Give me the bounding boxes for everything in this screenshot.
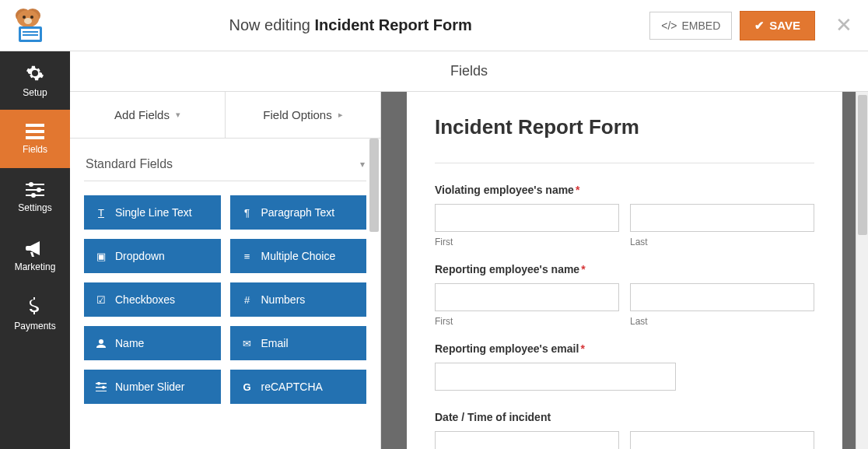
tab-field-options[interactable]: Field Options ▸ [226, 92, 380, 138]
save-button[interactable]: ✔ SAVE [740, 11, 815, 40]
date-input[interactable] [435, 431, 619, 449]
svg-rect-13 [26, 184, 44, 185]
chevron-down-icon: ▾ [360, 159, 365, 170]
sidebar-item-label: Fields [23, 144, 47, 155]
dropdown-icon: ▣ [95, 251, 107, 262]
panel-scroll-thumb[interactable] [369, 139, 379, 232]
field-label: Numbers [261, 293, 306, 306]
field-single-line-text[interactable]: T Single Line Text [84, 195, 221, 230]
tab-add-fields[interactable]: Add Fields ▾ [70, 92, 226, 138]
svg-rect-9 [23, 34, 38, 36]
name-col-first: First [435, 283, 619, 327]
field-email[interactable]: ✉ Email [230, 326, 367, 360]
svg-rect-8 [23, 31, 38, 33]
tab-label: Add Fields [114, 108, 170, 121]
section-standard-fields[interactable]: Standard Fields ▾ [84, 153, 366, 181]
name-col-last: Last [630, 283, 814, 327]
label-violating-name: Violating employee's name* [435, 184, 814, 196]
svg-rect-24 [96, 391, 107, 391]
field-multiple-choice[interactable]: ≡ Multiple Choice [230, 239, 367, 273]
field-panel: Add Fields ▾ Field Options ▸ Standard Fi… [70, 92, 381, 449]
field-checkboxes[interactable]: ☑ Checkboxes [84, 282, 221, 317]
label-reporting-name: Reporting employee's name* [435, 263, 814, 275]
dollar-icon [29, 297, 41, 316]
time-input[interactable] [630, 431, 814, 449]
canvas-scroll-thumb[interactable] [858, 95, 867, 235]
svg-point-18 [31, 193, 36, 198]
panel-tabs: Add Fields ▾ Field Options ▸ [70, 92, 380, 139]
sidebar-item-payments[interactable]: Payments [0, 285, 70, 343]
hash-icon: # [241, 294, 254, 306]
field-label: Dropdown [115, 250, 165, 262]
field-recaptcha[interactable]: G reCAPTCHA [230, 370, 367, 404]
reporting-email-input[interactable] [435, 363, 676, 391]
check-icon: ✔ [754, 19, 765, 33]
time-col [630, 431, 814, 449]
multichoice-icon: ≡ [241, 251, 254, 262]
single-input [435, 363, 814, 391]
sublabel-first: First [435, 237, 619, 247]
close-icon[interactable]: ✕ [835, 13, 852, 37]
form-canvas-wrap: Incident Report Form Violating employee'… [381, 92, 868, 449]
field-label: Checkboxes [115, 293, 175, 306]
field-label: Multiple Choice [261, 250, 336, 262]
field-label: Paragraph Text [261, 206, 335, 219]
divider [435, 163, 814, 163]
label-datetime: Date / Time of incident [435, 411, 814, 423]
page-title: Now editing Incident Report Form [51, 16, 649, 34]
bullhorn-icon [26, 240, 44, 257]
reporting-last-input[interactable] [630, 283, 814, 311]
field-name[interactable]: Name [84, 326, 221, 360]
sidebar-item-settings[interactable]: Settings [0, 168, 70, 226]
canvas-scrollbar[interactable] [856, 92, 868, 449]
field-number-slider[interactable]: Number Slider [84, 370, 221, 404]
svg-point-19 [99, 339, 103, 344]
sidebar-item-setup[interactable]: Setup [0, 51, 70, 110]
paragraph-icon: ¶ [241, 207, 254, 219]
required-marker: * [580, 342, 584, 355]
sidebar-item-label: Marketing [15, 261, 56, 272]
reporting-first-input[interactable] [435, 283, 619, 311]
field-label: Single Line Text [115, 206, 192, 219]
sidebar-item-fields[interactable]: Fields [0, 110, 70, 168]
envelope-icon: ✉ [241, 338, 254, 349]
sliders-h-icon [95, 382, 107, 391]
sidebar-item-label: Payments [14, 321, 55, 331]
name-row: First Last [435, 204, 814, 247]
svg-point-4 [30, 16, 33, 19]
field-dropdown[interactable]: ▣ Dropdown [84, 239, 221, 273]
form-title: Incident Report Form [435, 115, 814, 139]
field-paragraph-text[interactable]: ¶ Paragraph Text [230, 195, 367, 230]
embed-button[interactable]: </> EMBED [649, 12, 732, 40]
name-col-last: Last [630, 204, 814, 247]
field-numbers[interactable]: # Numbers [230, 282, 367, 317]
svg-point-3 [23, 16, 26, 19]
sublabel-last: Last [630, 316, 814, 327]
sublabel-last: Last [630, 237, 814, 247]
panel-scrollbar[interactable] [368, 139, 380, 449]
required-marker: * [581, 263, 585, 275]
field-label: Name [115, 337, 144, 349]
svg-rect-10 [26, 124, 44, 127]
sidebar-item-marketing[interactable]: Marketing [0, 226, 70, 285]
violating-first-input[interactable] [435, 204, 619, 232]
datetime-row [435, 431, 814, 449]
form-canvas[interactable]: Incident Report Form Violating employee'… [407, 92, 842, 449]
field-grid: T Single Line Text ¶ Paragraph Text ▣ Dr… [84, 195, 366, 404]
required-marker: * [576, 184, 579, 196]
sliders-icon [26, 182, 44, 198]
field-label: Number Slider [115, 381, 184, 393]
violating-last-input[interactable] [630, 204, 814, 232]
editing-prefix: Now editing [229, 16, 310, 33]
section-label: Standard Fields [86, 157, 173, 171]
field-label: Email [261, 337, 289, 349]
svg-rect-15 [26, 189, 44, 191]
gear-icon [26, 64, 44, 82]
svg-rect-11 [26, 130, 44, 133]
svg-point-16 [37, 188, 41, 192]
chevron-right-icon: ▸ [338, 110, 343, 120]
tab-label: Field Options [263, 108, 331, 121]
svg-rect-12 [26, 136, 44, 139]
right-column: Fields Add Fields ▾ Field Options ▸ [70, 51, 868, 449]
svg-point-21 [97, 382, 100, 385]
